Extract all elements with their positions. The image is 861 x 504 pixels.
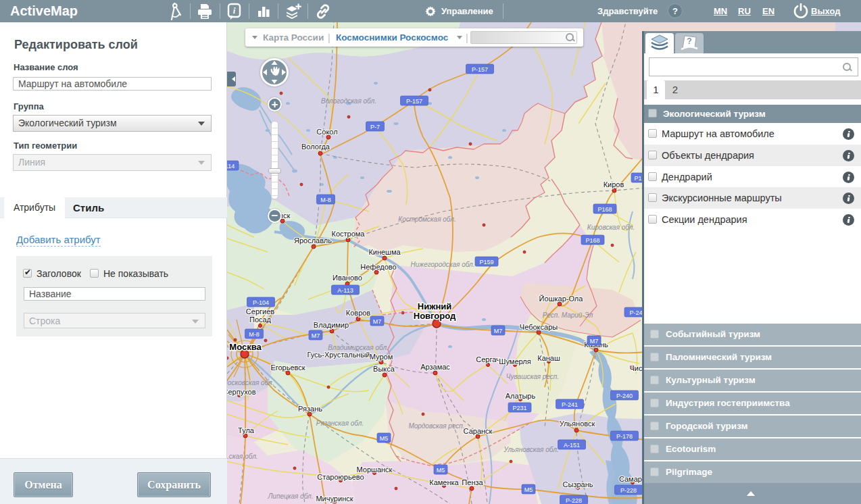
svg-text:P-228: P-228 <box>566 497 582 504</box>
svg-text:Йошкар-Ола: Йошкар-Ола <box>539 295 584 303</box>
svg-text:P-157: P-157 <box>406 98 422 105</box>
svg-text:Тула: Тула <box>238 426 255 434</box>
svg-text:М5: М5 <box>524 486 533 493</box>
svg-text:Алатырь: Алатырь <box>506 392 536 400</box>
svg-text:Сергиев: Сергиев <box>246 307 274 316</box>
svg-text:М-8: М-8 <box>320 197 331 203</box>
svg-text:Рязанская обл.: Рязанская обл. <box>316 420 364 427</box>
svg-text:Кострома: Кострома <box>332 230 366 238</box>
svg-text:М7: М7 <box>494 328 503 334</box>
svg-text:Мичуринск: Мичуринск <box>316 495 353 503</box>
svg-text:М5: М5 <box>380 435 389 442</box>
svg-text:Нефедово: Нефедово <box>360 263 396 271</box>
svg-text:P-157: P-157 <box>472 66 488 73</box>
svg-text:Владимир: Владимир <box>314 321 349 329</box>
svg-text:М7: М7 <box>590 338 599 345</box>
svg-text:Ульяновск: Ульяновск <box>560 420 595 428</box>
svg-text:Липецкая обл.: Липецкая обл. <box>268 493 314 500</box>
svg-text:Иваново: Иваново <box>333 274 362 282</box>
svg-text:Пенза: Пенза <box>462 478 483 486</box>
svg-text:Серпухов: Серпухов <box>227 388 256 396</box>
svg-text:Москва: Москва <box>229 342 262 352</box>
svg-text:P-228: P-228 <box>620 487 637 494</box>
svg-text:Староюрьево: Староюрьево <box>317 473 364 481</box>
svg-text:114: 114 <box>227 163 235 170</box>
svg-text:Сокол: Сокол <box>316 128 337 136</box>
svg-text:Чувашская респ.: Чувашская респ. <box>506 373 559 380</box>
svg-text:Чебоксары: Чебоксары <box>520 323 558 331</box>
svg-text:Сергач: Сергач <box>476 355 500 363</box>
svg-text:М-8: М-8 <box>249 331 260 338</box>
svg-text:Сызрань: Сызрань <box>563 480 593 488</box>
svg-text:P-240: P-240 <box>616 393 633 399</box>
svg-text:Посад: Посад <box>249 316 272 324</box>
svg-text:P-104: P-104 <box>253 299 269 306</box>
svg-text:Чис: Чис <box>630 364 643 372</box>
svg-text:Кинешма: Кинешма <box>368 248 401 256</box>
svg-text:i: i <box>233 5 236 16</box>
svg-text:P231: P231 <box>512 405 526 411</box>
svg-text:P-24: P-24 <box>629 309 642 316</box>
svg-text:М7: М7 <box>373 318 382 325</box>
svg-text:Московская обл.: Московская обл. <box>227 379 274 386</box>
svg-text:Вологда: Вологда <box>301 143 330 151</box>
svg-text:P-7: P-7 <box>370 124 380 130</box>
svg-text:Каменка: Каменка <box>429 478 459 486</box>
svg-text:P-241: P-241 <box>562 401 578 408</box>
svg-text:Гусь-Хрустальный: Гусь-Хрустальный <box>307 351 370 359</box>
svg-text:Саранск: Саранск <box>464 427 493 435</box>
svg-text:Кировская обл.: Кировская обл. <box>587 224 635 231</box>
svg-text:М7: М7 <box>312 332 320 339</box>
svg-text:Выкса: Выкса <box>373 365 395 373</box>
svg-text:Ярославль: Ярославль <box>294 236 332 245</box>
svg-text:P-178: P-178 <box>616 433 633 440</box>
svg-text:Респ. Марий-Эл: Респ. Марий-Эл <box>543 311 593 319</box>
svg-text:А-151: А-151 <box>564 442 580 449</box>
svg-text:Нижний: Нижний <box>418 301 451 311</box>
svg-text:Новгород: Новгород <box>414 311 456 321</box>
svg-text:P159: P159 <box>479 259 493 266</box>
svg-text:Егорьевск: Егорьевск <box>270 363 305 372</box>
svg-text:Вологодская обл.: Вологодская обл. <box>321 97 376 105</box>
svg-text:P1: P1 <box>634 175 641 182</box>
svg-text:Ульяновская обл.: Ульяновская обл. <box>503 446 558 453</box>
svg-text:Рязань: Рязань <box>298 405 322 413</box>
svg-text:А-113: А-113 <box>337 287 353 294</box>
svg-text:...ская обл.: ...ская обл. <box>227 453 258 460</box>
svg-text:Шумерля: Шумерля <box>499 357 531 366</box>
svg-text:Мордовская респ.: Мордовская респ. <box>408 422 464 430</box>
svg-text:Киров: Киров <box>604 180 624 188</box>
svg-text:Арзамас: Арзамас <box>420 363 450 371</box>
svg-text:Канаш: Канаш <box>537 354 560 362</box>
svg-text:Нижегородская обл.: Нижегородская обл. <box>410 261 474 268</box>
svg-text:Ковров: Ковров <box>346 309 371 317</box>
svg-text:Костромская обл.: Костромская обл. <box>398 216 456 223</box>
svg-text:P168: P168 <box>585 237 599 244</box>
svg-text:P168: P168 <box>597 206 612 213</box>
svg-text:Муром: Муром <box>370 353 393 361</box>
svg-text:?: ? <box>687 36 691 46</box>
svg-text:М5: М5 <box>437 467 445 474</box>
